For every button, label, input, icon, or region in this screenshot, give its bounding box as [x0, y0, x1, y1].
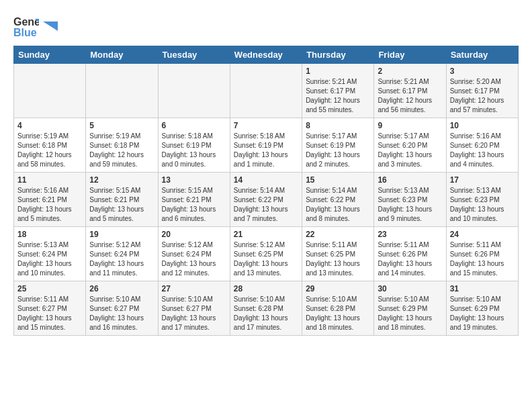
day-info: Sunrise: 5:10 AM Sunset: 6:29 PM Dayligh…	[450, 295, 515, 332]
day-number: 27	[162, 284, 226, 293]
calendar-cell: 2Sunrise: 5:21 AM Sunset: 6:17 PM Daylig…	[374, 64, 446, 118]
day-number: 7	[234, 121, 298, 130]
calendar-cell: 7Sunrise: 5:18 AM Sunset: 6:19 PM Daylig…	[230, 118, 302, 173]
day-number: 24	[450, 230, 515, 239]
day-number: 21	[234, 230, 298, 239]
day-number: 14	[234, 175, 298, 185]
weekday-header-tuesday: Tuesday	[158, 46, 230, 64]
day-info: Sunrise: 5:10 AM Sunset: 6:29 PM Dayligh…	[378, 295, 442, 332]
calendar-cell: 13Sunrise: 5:15 AM Sunset: 6:21 PM Dayli…	[158, 173, 230, 227]
day-info: Sunrise: 5:14 AM Sunset: 6:22 PM Dayligh…	[234, 186, 298, 224]
day-number: 5	[89, 121, 154, 130]
calendar-cell	[158, 64, 230, 118]
day-info: Sunrise: 5:21 AM Sunset: 6:17 PM Dayligh…	[306, 77, 370, 115]
day-info: Sunrise: 5:12 AM Sunset: 6:24 PM Dayligh…	[89, 240, 154, 278]
calendar-cell: 24Sunrise: 5:11 AM Sunset: 6:26 PM Dayli…	[446, 227, 518, 281]
day-number: 29	[306, 284, 370, 293]
calendar-cell: 18Sunrise: 5:13 AM Sunset: 6:24 PM Dayli…	[14, 227, 86, 281]
day-number: 30	[378, 284, 442, 293]
day-number: 17	[450, 175, 515, 185]
day-number: 6	[162, 121, 226, 130]
day-number: 31	[450, 284, 515, 293]
calendar-cell: 28Sunrise: 5:10 AM Sunset: 6:28 PM Dayli…	[230, 281, 302, 336]
day-info: Sunrise: 5:18 AM Sunset: 6:19 PM Dayligh…	[162, 132, 226, 169]
day-number: 13	[162, 175, 226, 185]
calendar-cell: 3Sunrise: 5:20 AM Sunset: 6:17 PM Daylig…	[446, 64, 518, 118]
calendar-cell: 29Sunrise: 5:10 AM Sunset: 6:28 PM Dayli…	[302, 281, 374, 336]
calendar-cell: 21Sunrise: 5:12 AM Sunset: 6:25 PM Dayli…	[230, 227, 302, 281]
day-number: 19	[89, 230, 154, 239]
day-info: Sunrise: 5:20 AM Sunset: 6:17 PM Dayligh…	[450, 77, 515, 115]
calendar-week-row: 18Sunrise: 5:13 AM Sunset: 6:24 PM Dayli…	[14, 227, 519, 281]
calendar-week-row: 1Sunrise: 5:21 AM Sunset: 6:17 PM Daylig…	[14, 64, 519, 118]
calendar-cell: 1Sunrise: 5:21 AM Sunset: 6:17 PM Daylig…	[302, 64, 374, 118]
calendar-cell	[86, 64, 158, 118]
weekday-header-thursday: Thursday	[302, 46, 374, 64]
day-info: Sunrise: 5:19 AM Sunset: 6:18 PM Dayligh…	[17, 132, 82, 169]
weekday-header-friday: Friday	[374, 46, 446, 64]
weekday-header-sunday: Sunday	[14, 46, 86, 64]
calendar-cell: 20Sunrise: 5:12 AM Sunset: 6:24 PM Dayli…	[158, 227, 230, 281]
day-info: Sunrise: 5:18 AM Sunset: 6:19 PM Dayligh…	[234, 132, 298, 169]
day-number: 3	[450, 66, 515, 76]
weekday-header-saturday: Saturday	[446, 46, 518, 64]
day-info: Sunrise: 5:16 AM Sunset: 6:21 PM Dayligh…	[17, 186, 82, 224]
calendar-cell	[230, 64, 302, 118]
day-info: Sunrise: 5:11 AM Sunset: 6:25 PM Dayligh…	[306, 240, 370, 278]
day-info: Sunrise: 5:13 AM Sunset: 6:24 PM Dayligh…	[17, 240, 82, 278]
calendar-cell: 8Sunrise: 5:17 AM Sunset: 6:19 PM Daylig…	[302, 118, 374, 173]
day-number: 18	[17, 230, 82, 239]
logo-arrow-icon	[43, 21, 58, 31]
calendar-cell	[14, 64, 86, 118]
day-number: 10	[450, 121, 515, 130]
day-number: 26	[89, 284, 154, 293]
day-info: Sunrise: 5:13 AM Sunset: 6:23 PM Dayligh…	[378, 186, 442, 224]
day-number: 28	[234, 284, 298, 293]
logo-icon: General Blue	[13, 13, 39, 39]
day-info: Sunrise: 5:15 AM Sunset: 6:21 PM Dayligh…	[89, 186, 154, 224]
calendar-cell: 16Sunrise: 5:13 AM Sunset: 6:23 PM Dayli…	[374, 173, 446, 227]
calendar-week-row: 11Sunrise: 5:16 AM Sunset: 6:21 PM Dayli…	[14, 173, 519, 227]
day-info: Sunrise: 5:11 AM Sunset: 6:27 PM Dayligh…	[17, 295, 82, 332]
day-number: 2	[378, 66, 442, 76]
calendar-cell: 12Sunrise: 5:15 AM Sunset: 6:21 PM Dayli…	[86, 173, 158, 227]
day-number: 12	[89, 175, 154, 185]
calendar-cell: 27Sunrise: 5:10 AM Sunset: 6:27 PM Dayli…	[158, 281, 230, 336]
day-info: Sunrise: 5:10 AM Sunset: 6:27 PM Dayligh…	[89, 295, 154, 332]
calendar-week-row: 4Sunrise: 5:19 AM Sunset: 6:18 PM Daylig…	[14, 118, 519, 173]
weekday-header-wednesday: Wednesday	[230, 46, 302, 64]
day-info: Sunrise: 5:16 AM Sunset: 6:20 PM Dayligh…	[450, 132, 515, 169]
day-number: 8	[306, 121, 370, 130]
day-info: Sunrise: 5:10 AM Sunset: 6:28 PM Dayligh…	[234, 295, 298, 332]
day-info: Sunrise: 5:14 AM Sunset: 6:22 PM Dayligh…	[306, 186, 370, 224]
day-number: 9	[378, 121, 442, 130]
day-info: Sunrise: 5:19 AM Sunset: 6:18 PM Dayligh…	[89, 132, 154, 169]
day-number: 16	[378, 175, 442, 185]
calendar-cell: 26Sunrise: 5:10 AM Sunset: 6:27 PM Dayli…	[86, 281, 158, 336]
day-info: Sunrise: 5:17 AM Sunset: 6:20 PM Dayligh…	[378, 132, 442, 169]
calendar-week-row: 25Sunrise: 5:11 AM Sunset: 6:27 PM Dayli…	[14, 281, 519, 336]
calendar-cell: 31Sunrise: 5:10 AM Sunset: 6:29 PM Dayli…	[446, 281, 518, 336]
day-info: Sunrise: 5:11 AM Sunset: 6:26 PM Dayligh…	[378, 240, 442, 278]
calendar-cell: 6Sunrise: 5:18 AM Sunset: 6:19 PM Daylig…	[158, 118, 230, 173]
page-header: General Blue	[13, 13, 519, 39]
calendar-cell: 23Sunrise: 5:11 AM Sunset: 6:26 PM Dayli…	[374, 227, 446, 281]
logo: General Blue	[13, 13, 58, 39]
calendar-cell: 9Sunrise: 5:17 AM Sunset: 6:20 PM Daylig…	[374, 118, 446, 173]
calendar-cell: 10Sunrise: 5:16 AM Sunset: 6:20 PM Dayli…	[446, 118, 518, 173]
day-info: Sunrise: 5:12 AM Sunset: 6:25 PM Dayligh…	[234, 240, 298, 278]
day-number: 11	[17, 175, 82, 185]
calendar-cell: 17Sunrise: 5:13 AM Sunset: 6:23 PM Dayli…	[446, 173, 518, 227]
day-info: Sunrise: 5:13 AM Sunset: 6:23 PM Dayligh…	[450, 186, 515, 224]
calendar-cell: 11Sunrise: 5:16 AM Sunset: 6:21 PM Dayli…	[14, 173, 86, 227]
day-info: Sunrise: 5:17 AM Sunset: 6:19 PM Dayligh…	[306, 132, 370, 169]
calendar-header-row: SundayMondayTuesdayWednesdayThursdayFrid…	[14, 46, 519, 64]
day-number: 1	[306, 66, 370, 76]
calendar-cell: 5Sunrise: 5:19 AM Sunset: 6:18 PM Daylig…	[86, 118, 158, 173]
calendar-table: SundayMondayTuesdayWednesdayThursdayFrid…	[13, 46, 519, 336]
day-info: Sunrise: 5:10 AM Sunset: 6:28 PM Dayligh…	[306, 295, 370, 332]
day-info: Sunrise: 5:12 AM Sunset: 6:24 PM Dayligh…	[162, 240, 226, 278]
calendar-cell: 19Sunrise: 5:12 AM Sunset: 6:24 PM Dayli…	[86, 227, 158, 281]
day-info: Sunrise: 5:21 AM Sunset: 6:17 PM Dayligh…	[378, 77, 442, 115]
calendar-cell: 25Sunrise: 5:11 AM Sunset: 6:27 PM Dayli…	[14, 281, 86, 336]
